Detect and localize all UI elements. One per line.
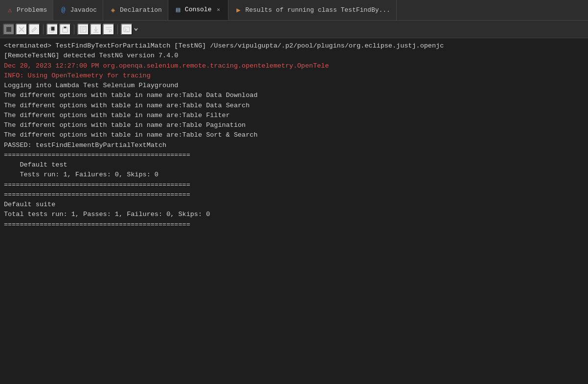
tab-console[interactable]: ▤ Console ✕	[168, 0, 229, 20]
console-line-14: Tests run: 1, Failures: 0, Skips: 0	[4, 170, 584, 180]
console-line-18: ========================================…	[4, 190, 584, 200]
word-wrap-button[interactable]	[103, 24, 114, 35]
console-close-button[interactable]: ✕	[214, 6, 222, 14]
results-icon: ▶	[234, 6, 242, 14]
tab-console-label: Console	[185, 6, 212, 13]
console-line-19: Default suite	[4, 200, 584, 210]
console-line-10: PASSED: testFindElementByPartialTextMatc…	[4, 141, 584, 150]
open-console-button[interactable]	[121, 24, 133, 35]
clear-console-button[interactable]	[77, 24, 89, 35]
toolbar-dropdown-button[interactable]	[134, 26, 138, 33]
stop-button[interactable]	[3, 24, 15, 35]
javadoc-icon: @	[59, 6, 67, 14]
toolbar-sep-3	[117, 24, 118, 34]
tab-problems[interactable]: ⚠ Problems	[0, 0, 53, 20]
tab-declaration[interactable]: ◈ Declaration	[103, 0, 168, 20]
svg-rect-7	[64, 26, 67, 28]
console-line-6: The different options with table in name…	[4, 101, 584, 111]
toolbar-sep-1	[43, 24, 44, 34]
edit-launch-button[interactable]	[28, 24, 40, 35]
tab-bar: ⚠ Problems @ Javadoc ◈ Declaration ▤ Con…	[0, 0, 588, 21]
console-line-21: ========================================…	[4, 220, 584, 230]
copy-button[interactable]	[46, 24, 58, 35]
toolbar-sep-2	[74, 24, 74, 34]
console-line-4: Logging into Lambda Test Selenium Playgr…	[4, 81, 584, 91]
console-line-7: The different options with table in name…	[4, 111, 584, 120]
console-line-8: The different options with table in name…	[4, 120, 584, 130]
tab-results[interactable]: ▶ Results of running class TestFindBy...	[228, 0, 396, 20]
console-line-20: Total tests run: 1, Passes: 1, Failures:…	[4, 210, 584, 219]
declaration-icon: ◈	[109, 6, 117, 14]
tab-problems-label: Problems	[17, 6, 47, 14]
console-toolbar	[0, 21, 588, 38]
tab-javadoc[interactable]: @ Javadoc	[53, 0, 103, 20]
console-line-13: Default test	[4, 160, 584, 170]
paste-button[interactable]	[59, 24, 71, 35]
tab-javadoc-label: Javadoc	[70, 6, 97, 14]
console-line-12: ========================================…	[4, 150, 584, 160]
remove-launch-button[interactable]	[16, 24, 27, 35]
problems-icon: ⚠	[6, 6, 14, 14]
console-line-0: <terminated> TestFindByTextForPartialMat…	[4, 41, 584, 51]
console-line-5: The different options with table in name…	[4, 91, 584, 100]
console-line-15: ========================================…	[4, 180, 584, 190]
console-icon: ▤	[174, 6, 182, 14]
tab-results-label: Results of running class TestFindBy...	[245, 6, 390, 14]
svg-rect-0	[6, 27, 11, 32]
tab-declaration-label: Declaration	[120, 6, 162, 14]
scroll-lock-button[interactable]	[90, 24, 102, 35]
console-line-3: INFO: Using OpenTelemetry for tracing	[4, 71, 584, 81]
svg-rect-5	[51, 26, 55, 31]
console-line-9: The different options with table in name…	[4, 130, 584, 140]
console-line-1: [RemoteTestNG] detected TestNG version 7…	[4, 51, 584, 61]
console-output: <terminated> TestFindByTextForPartialMat…	[0, 38, 588, 384]
console-line-2: Dec 20, 2023 12:27:00 PM org.openqa.sele…	[4, 61, 584, 71]
